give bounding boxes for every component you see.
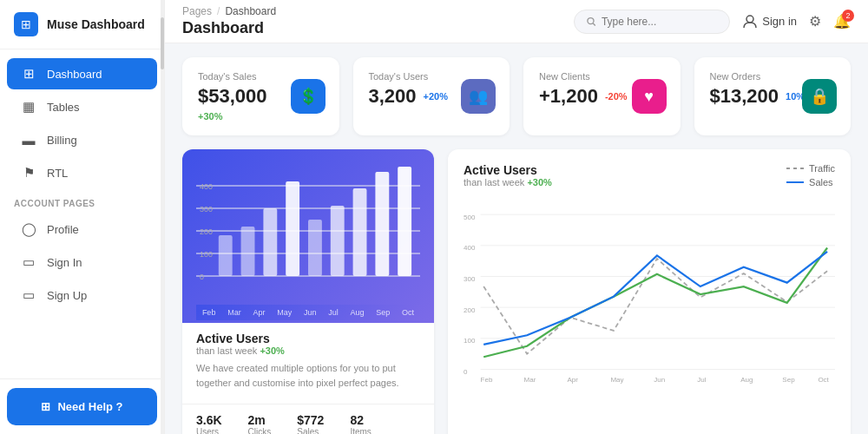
stat-mini-clicks: 2m Clicks [248,413,272,434]
scrollbar-thumb[interactable] [161,17,164,69]
svg-text:Jun: Jun [654,376,665,384]
line-chart-legend: Traffic Sales [786,163,835,187]
sidebar-item-label: Billing [47,134,77,147]
svg-text:May: May [610,376,623,384]
notifications-icon[interactable]: 🔔 2 [833,13,851,30]
stat-card-users: Today's Users 3,200 +20% 👥 [353,57,510,135]
stat-icon-users: 👥 [461,79,496,114]
svg-rect-18 [331,206,345,276]
sidebar-item-tables[interactable]: ▦ Tables [7,91,157,122]
sidebar-item-label: Tables [47,101,80,114]
stat-mini-value: 3.6K [196,413,222,427]
search-input[interactable] [602,16,717,28]
stat-value: $53,000 [198,85,267,108]
content-area: Today's Sales $53,000 +30% 💲 Today's Use… [165,43,868,434]
billing-icon: ▬ [21,132,36,148]
svg-text:Sep: Sep [782,376,795,384]
stat-icon-sales: 💲 [291,79,326,114]
signin-button[interactable]: Sign in [742,14,797,30]
stat-change: -20% [605,91,628,102]
line-chart-subtitle: than last week +30% [464,177,552,187]
svg-text:Jul: Jul [697,376,706,384]
signin-icon: ▭ [21,254,36,270]
sidebar-bottom: ⊞ Need Help ? [0,378,164,434]
search-box[interactable] [574,10,730,34]
sidebar-item-rtl[interactable]: ⚑ RTL [7,157,157,188]
bar-chart-x-labels: Feb Mar Apr May Jun Jul Aug Sep Oct [196,305,420,320]
svg-text:100: 100 [464,337,476,345]
bar-chart-highlight: +30% [260,345,284,356]
stat-value: +1,200 [539,85,598,108]
stat-card-orders: New Orders $13,200 10% 🔒 [694,57,852,135]
signup-icon: ▭ [21,287,36,303]
svg-rect-20 [375,172,389,276]
logo-icon: ⊞ [14,12,38,36]
bar-chart-info: Active Users than last week +30% We have… [182,323,434,397]
stat-mini-users: 3.6K Users [196,413,222,434]
svg-text:400: 400 [200,182,213,191]
bar-label-sep: Sep [376,308,390,317]
bar-chart-svg: 0 100 200 300 400 [196,163,420,302]
bar-chart-container: 0 100 200 300 400 [182,149,434,323]
svg-text:Apr: Apr [567,376,578,384]
bar-label-may: May [277,308,292,317]
sidebar-item-label: RTL [47,167,68,180]
sidebar-item-signin[interactable]: ▭ Sign In [7,247,157,278]
user-icon [742,14,758,30]
stats-row: Today's Sales $53,000 +30% 💲 Today's Use… [182,57,851,135]
sidebar-item-billing[interactable]: ▬ Billing [7,124,157,155]
sales-polyline [483,248,827,358]
svg-rect-14 [241,227,255,276]
tables-icon: ▦ [21,99,36,115]
sidebar-item-label: Sign Up [47,289,87,302]
svg-text:100: 100 [200,250,213,259]
svg-text:Oct: Oct [818,376,829,384]
bar-label-oct: Oct [402,308,414,317]
svg-rect-15 [263,208,277,276]
svg-text:Aug: Aug [740,376,753,384]
svg-rect-17 [308,220,322,276]
bar-label-jul: Jul [328,308,339,317]
legend-sales: Sales [786,177,835,187]
line-chart-svg: 0 100 200 300 400 500 Fe [464,194,835,394]
sidebar-item-profile[interactable]: ◯ Profile [7,214,157,245]
bar-chart-title: Active Users [196,332,420,345]
breadcrumb-separator: / [217,5,220,17]
sidebar-item-signup[interactable]: ▭ Sign Up [7,279,157,311]
sales-line-legend [786,181,804,183]
bar-label-jun: Jun [304,308,317,317]
svg-rect-16 [286,181,299,276]
line-chart-card: Active Users than last week +30% Traffic [448,149,851,434]
sidebar-item-dashboard[interactable]: ⊞ Dashboard [7,58,157,89]
sidebar-item-label: Dashboard [47,68,102,81]
svg-text:300: 300 [464,275,476,283]
svg-text:300: 300 [200,205,213,214]
scrollbar-track [161,0,164,434]
bar-label-feb: Feb [202,308,216,317]
stat-mini-items: 82 Items [350,413,371,434]
line-chart-svg-container: 0 100 200 300 400 500 Fe [464,194,835,397]
account-section-label: ACCOUNT PAGES [0,190,164,212]
need-help-button[interactable]: ⊞ Need Help ? [7,388,157,425]
sidebar-nav: ⊞ Dashboard ▦ Tables ▬ Billing ⚑ RTL ACC… [0,49,164,378]
svg-point-2 [746,16,753,23]
svg-rect-21 [398,167,411,276]
rtl-icon: ⚑ [21,165,36,181]
dashboard-icon: ⊞ [21,66,36,82]
header-right: Sign in ⚙ 🔔 2 [574,10,851,34]
stat-mini-value: 2m [248,413,272,427]
stat-mini-value: $772 [297,413,324,427]
stat-icon-orders: 🔒 [802,79,837,114]
stat-mini-label: Sales [297,427,324,434]
search-icon [587,16,596,27]
sidebar: ⊞ Muse Dashboard ⊞ Dashboard ▦ Tables ▬ … [0,0,165,434]
legend-traffic: Traffic [786,163,835,174]
charts-row: 0 100 200 300 400 [182,149,851,434]
bar-chart-description: We have created multiple options for you… [196,361,420,390]
svg-rect-13 [219,235,233,276]
stats-bar: 3.6K Users 2m Clicks $772 Sales 82 Items [182,404,434,434]
settings-icon[interactable]: ⚙ [809,13,821,30]
sidebar-item-label: Sign In [47,256,82,269]
bar-label-mar: Mar [227,308,241,317]
bar-label-aug: Aug [350,308,364,317]
